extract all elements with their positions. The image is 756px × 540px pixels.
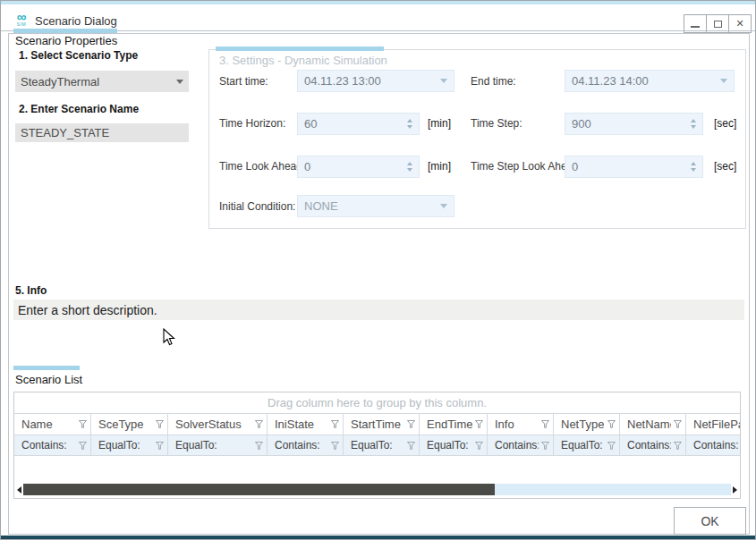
filter-icon[interactable] [475,442,483,450]
grid-column-header[interactable]: NetName [620,414,686,435]
filter-icon[interactable] [541,420,549,428]
grid-column-header[interactable]: Name [14,414,91,435]
grid-column-header[interactable]: SceType [91,414,168,435]
info-label: 5. Info [15,284,47,297]
time-look-ahead-value: 0 [304,160,310,173]
column-header-label: NetType [561,418,604,431]
filter-operator-label: Contains: [495,439,539,451]
filter-icon[interactable] [541,442,549,450]
chevron-down-icon [440,79,447,83]
grid-filter-cell[interactable]: Contains: [14,435,91,455]
column-header-label: StartTime [351,418,401,431]
minimize-icon [691,26,700,28]
filter-icon[interactable] [79,420,87,428]
grid-column-header[interactable]: IniState [268,414,344,435]
end-time-dropdown[interactable]: 04.11.23 14:00 [565,70,735,92]
chevron-down-icon [440,204,447,208]
time-step-value: 900 [572,117,591,131]
info-input[interactable]: Enter a short description. [13,300,744,320]
ok-button[interactable]: OK [674,507,746,535]
time-look-ahead-spinner[interactable]: 0 [297,156,420,178]
time-horizon-label: Time Horizon: [219,117,285,130]
grid-filter-cell[interactable]: Contains: [620,435,686,455]
filter-icon[interactable] [331,442,339,450]
start-time-label: Start time: [219,75,268,88]
time-step-look-ahead-value: 0 [572,160,578,173]
filter-operator-label: EqualTo: [427,439,469,451]
end-time-value: 04.11.23 14:00 [572,74,649,88]
grid-filter-row: Contains:EqualTo:EqualTo:Contains:EqualT… [14,435,740,456]
window-bottom-accent [1,536,756,539]
grid-filter-cell[interactable]: EqualTo: [554,435,620,455]
time-step-look-ahead-spinner[interactable]: 0 [565,156,703,178]
filter-icon[interactable] [607,442,616,450]
column-header-label: SolverStatus [175,418,242,431]
scroll-right-icon[interactable] [731,484,739,495]
grid-filter-cell[interactable]: Contains: [488,435,554,455]
scenario-list-tab-indicator [13,366,80,370]
spinner-icon[interactable] [407,162,412,172]
filter-icon[interactable] [674,442,682,450]
time-look-ahead-unit: [min] [428,160,451,173]
initial-condition-label: Initial Condition: [219,200,295,213]
info-value: Enter a short description. [18,303,157,317]
properties-tab-indicator [13,29,117,33]
filter-icon[interactable] [407,420,415,428]
scenario-name-input[interactable]: STEADY_STATE [15,123,189,142]
scenario-list-title: Scenario List [15,373,82,386]
filter-icon[interactable] [156,442,164,450]
scrollbar-thumb[interactable] [23,484,495,495]
filter-icon[interactable] [475,420,483,428]
app-icon: ∞ SIM [12,11,31,30]
maximize-icon [714,21,722,28]
spinner-icon[interactable] [691,119,696,129]
filter-icon[interactable] [407,442,415,450]
window-title: Scenario Dialog [35,14,117,28]
grid-filter-cell[interactable]: Contains: [268,435,344,455]
time-horizon-unit: [min] [428,117,451,130]
filter-icon[interactable] [156,420,164,428]
spinner-icon[interactable] [407,119,412,129]
app-icon-subtext: SIM [12,22,31,27]
grid-column-header[interactable]: NetType [554,414,620,435]
time-horizon-spinner[interactable]: 60 [297,113,420,135]
grid-column-header[interactable]: EndTime [420,414,488,435]
grid-column-header[interactable]: SolverStatus [168,414,268,435]
column-header-label: Info [495,418,514,431]
scroll-left-icon[interactable] [15,484,23,495]
grid-column-header[interactable]: StartTime [344,414,420,435]
grid-filter-cell[interactable]: Contains: [686,435,740,455]
grid-filter-cell[interactable]: EqualTo: [168,435,268,455]
filter-operator-label: Contains: [693,439,739,451]
time-step-spinner[interactable]: 900 [565,113,703,135]
close-icon: ✕ [735,18,743,30]
filter-icon[interactable] [607,420,616,428]
grid-filter-cell[interactable]: EqualTo: [420,435,488,455]
initial-condition-value: NONE [304,199,338,213]
group-by-panel[interactable]: Drag column here to group by this column… [14,392,740,414]
mouse-cursor [163,328,175,346]
horizontal-scrollbar[interactable] [15,484,739,495]
grid-filter-cell[interactable]: EqualTo: [91,435,168,455]
filter-icon[interactable] [255,420,263,428]
title-bar[interactable]: ∞ SIM Scenario Dialog ✕ [1,4,756,30]
column-header-label: IniState [275,418,314,431]
filter-icon[interactable] [255,442,263,450]
scenario-grid: Drag column here to group by this column… [13,392,741,499]
grid-filter-cell[interactable]: EqualTo: [344,435,420,455]
grid-column-header[interactable]: Info [488,414,554,435]
time-look-ahead-label: Time Look Ahead: [219,160,305,173]
grid-column-header[interactable]: NetFilePat [686,414,740,435]
filter-icon[interactable] [331,420,339,428]
scenario-dialog-window: ∞ SIM Scenario Dialog ✕ Scenario Propert… [0,0,756,540]
start-time-dropdown[interactable]: 04.11.23 13:00 [297,70,454,92]
filter-icon[interactable] [674,420,682,428]
column-header-label: NetName [627,418,671,431]
settings-title: 3. Settings - Dynamic Simulation [219,54,387,67]
column-header-label: SceType [98,418,144,431]
filter-icon[interactable] [79,442,87,450]
spinner-icon[interactable] [691,162,696,172]
scenario-type-dropdown[interactable]: SteadyThermal [15,71,189,92]
initial-condition-dropdown[interactable]: NONE [297,195,454,217]
time-step-unit: [sec] [714,117,736,130]
